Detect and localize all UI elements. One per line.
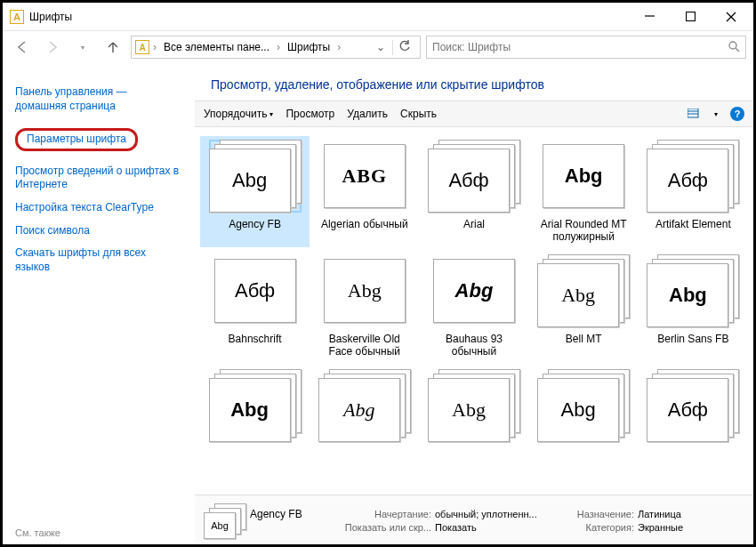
sidebar-cleartype[interactable]: Настройка текста ClearType [15, 197, 182, 220]
address-dropdown[interactable]: ⌄ [373, 41, 389, 53]
font-item[interactable]: Abg [529, 366, 639, 451]
svg-point-4 [729, 42, 736, 49]
font-label: Bauhaus 93 обычный [425, 333, 523, 358]
font-label: Bahnschrift [229, 333, 282, 345]
search-box[interactable] [426, 36, 746, 59]
font-item[interactable]: Abg [200, 366, 310, 451]
delete-button[interactable]: Удалить [347, 108, 388, 120]
search-icon [728, 40, 740, 55]
hide-button[interactable]: Скрыть [400, 108, 437, 120]
details-category-value: Экранные [638, 522, 744, 533]
font-label: Agency FB [229, 218, 281, 230]
chevron-down-icon[interactable]: ▾ [714, 110, 718, 118]
details-pane: Abg Agency FB Начертание: обычный; уплот… [195, 495, 753, 544]
sidebar-font-info-web[interactable]: Просмотр сведений о шрифтах в Интернете [15, 160, 182, 197]
svg-rect-1 [686, 12, 695, 21]
back-button[interactable] [10, 35, 35, 60]
svg-rect-6 [688, 109, 698, 117]
font-label: Baskerville Old Face обычный [316, 333, 414, 358]
sidebar-home-link[interactable]: Панель управления — домашняя страница [15, 81, 182, 117]
window-title: Шрифты [29, 11, 638, 23]
minimize-button[interactable] [638, 8, 661, 26]
font-item[interactable]: Abg [419, 366, 528, 451]
font-item[interactable]: AbgBerlin Sans FB [639, 251, 748, 362]
font-label: Artifakt Element [655, 218, 731, 230]
help-button[interactable]: ? [730, 107, 744, 121]
font-item[interactable]: АбфBahnschrift [200, 251, 310, 362]
sidebar: Панель управления — домашняя страница Па… [3, 63, 195, 544]
sidebar-charmap[interactable]: Поиск символа [15, 220, 182, 243]
up-button[interactable] [101, 35, 125, 60]
font-item[interactable]: AbgBaskerville Old Face обычный [310, 251, 419, 362]
folder-icon: A [135, 40, 149, 54]
chevron-right-icon: › [337, 41, 341, 53]
details-style-value: обычный; уплотненн... [435, 509, 542, 519]
details-design-key: Назначение: [545, 509, 634, 519]
maximize-button[interactable] [679, 8, 702, 26]
details-name: Agency FB [250, 508, 330, 520]
font-item[interactable]: Абф [639, 366, 748, 451]
refresh-button[interactable] [392, 40, 416, 55]
organize-button[interactable]: Упорядочить ▾ [204, 108, 273, 120]
font-item[interactable]: Abg [310, 366, 419, 451]
font-item[interactable]: AbgBauhaus 93 обычный [419, 251, 528, 362]
font-item[interactable]: AbgArial Rounded MT полужирный [529, 136, 639, 247]
close-button[interactable] [720, 8, 743, 26]
font-item[interactable]: АбфArial [419, 136, 528, 247]
chevron-right-icon: › [153, 41, 157, 53]
sidebar-download-fonts[interactable]: Скачать шрифты для всех языков [15, 242, 182, 278]
recent-button[interactable]: ▾ [70, 35, 95, 60]
font-label: Bell MT [566, 333, 602, 345]
breadcrumb-fonts[interactable]: Шрифты [284, 41, 334, 53]
toolbar: Упорядочить ▾ Просмотр Удалить Скрыть ▾ … [195, 101, 753, 127]
window-icon: A [10, 10, 24, 24]
view-options-button[interactable] [688, 107, 702, 121]
svg-line-5 [736, 48, 739, 52]
font-item[interactable]: AbgAgency FB [200, 136, 310, 247]
sidebar-lang-services[interactable]: Языки и службы текстового ввода [15, 543, 182, 547]
font-label: Algerian обычный [321, 218, 408, 230]
font-label: Arial Rounded MT полужирный [535, 218, 632, 244]
sidebar-font-settings[interactable]: Параметры шрифта [15, 128, 138, 151]
font-label: Berlin Sans FB [657, 333, 728, 345]
forward-button[interactable] [40, 35, 65, 60]
font-item[interactable]: ABGAlgerian обычный [310, 136, 419, 247]
breadcrumb-panel[interactable]: Все элементы пане... [160, 41, 273, 53]
chevron-right-icon: › [277, 41, 280, 53]
details-thumb: Abg [204, 503, 241, 537]
details-category-key: Категория: [545, 522, 634, 533]
search-input[interactable] [432, 41, 728, 53]
font-item[interactable]: АбфArtifakt Element [639, 136, 748, 247]
font-label: Arial [463, 218, 485, 230]
details-style-key: Начертание: [334, 509, 431, 519]
address-bar[interactable]: A › Все элементы пане... › Шрифты › ⌄ [131, 36, 421, 59]
see-also-label: См. также [15, 527, 182, 538]
details-design-value: Латиница [638, 509, 744, 519]
view-button[interactable]: Просмотр [286, 108, 334, 120]
font-grid: AbgAgency FBABGAlgerian обычныйАбфArialA… [195, 127, 753, 495]
font-item[interactable]: AbgBell MT [529, 251, 639, 362]
details-show-value: Показать [435, 522, 542, 533]
page-title: Просмотр, удаление, отображение или скры… [195, 63, 753, 101]
details-show-key: Показать или скр... [334, 522, 431, 533]
